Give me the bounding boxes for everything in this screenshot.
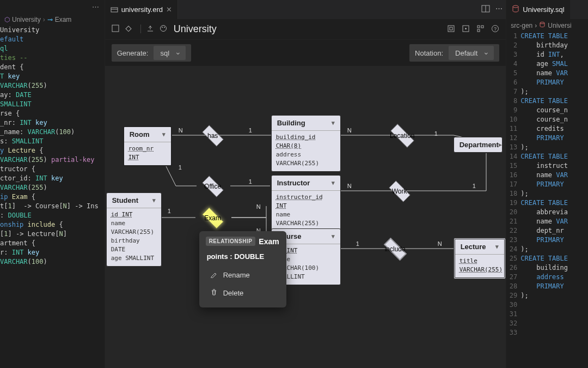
entity-department[interactable]: Department▸ <box>454 137 503 153</box>
right-tabbar: University.sql <box>506 0 588 19</box>
svg-point-8 <box>164 27 165 28</box>
editor-tabbar: university.erd ✕ ⋯ <box>105 0 506 19</box>
collapse-icon[interactable]: ▾ <box>495 243 499 250</box>
diagram-editor-panel: university.erd ✕ ⋯ University ? Generate… <box>105 0 507 368</box>
cardinality-label: 1 <box>249 127 252 134</box>
sql-tab[interactable]: University.sql <box>506 0 569 19</box>
cardinality-label: 1 <box>473 183 476 189</box>
export-icon[interactable] <box>146 25 154 34</box>
collapse-icon[interactable]: ▾ <box>332 179 335 186</box>
line-gutter: 1234567891011121314151617181920212223242… <box>506 32 520 337</box>
cardinality-label: 1 <box>179 164 182 171</box>
cardinality-label: N <box>347 127 352 134</box>
tab-title: university.erd <box>121 5 163 14</box>
cardinality-label: 1 <box>356 240 359 247</box>
cardinality-label: N <box>347 183 352 189</box>
entity-lecture[interactable]: Lecture▾ title VARCHAR(255) <box>454 238 506 279</box>
relation-label: has <box>207 132 218 140</box>
cardinality-label: N <box>438 240 442 247</box>
svg-rect-4 <box>112 25 119 32</box>
center-icon[interactable] <box>462 25 470 34</box>
entity-name: Lecture <box>461 243 486 251</box>
cardinality-label: 1 <box>434 130 438 137</box>
svg-point-6 <box>160 26 166 32</box>
select-tool-icon[interactable] <box>112 25 119 34</box>
entity-attrs: room_nr INT <box>124 142 171 165</box>
entity-instructor[interactable]: Instructor▾ instructor_id INTname VARCHA… <box>271 175 341 232</box>
cardinality-label: 1 <box>168 208 171 214</box>
svg-rect-13 <box>477 26 480 28</box>
popup-item-label: Delete <box>223 289 244 297</box>
cube-icon: ⬡ <box>4 16 10 23</box>
separator <box>138 25 141 33</box>
breadcrumb[interactable]: ⬡ University › ⊸ Exam <box>0 14 105 26</box>
sql-editor[interactable]: 1234567891011121314151617181920212223242… <box>506 32 588 337</box>
tab-actions: ⋯ <box>481 4 503 15</box>
relation-label: Office <box>204 183 221 190</box>
ellipsis-icon[interactable]: ⋯ <box>92 3 99 11</box>
popup-attribute: points : DOUBLE <box>199 250 286 266</box>
chevron-right-icon: › <box>43 16 45 23</box>
entity-attrs: building_id CHAR(8)address VARCHAR(255) <box>272 130 340 171</box>
svg-rect-15 <box>477 29 480 32</box>
diamond-tool-icon[interactable] <box>125 25 132 34</box>
breadcrumb-scope: University <box>12 16 41 23</box>
cardinality-label: N <box>179 127 183 134</box>
entity-student[interactable]: Student▾ id INTname VARCHAR(255)birthday… <box>106 192 162 267</box>
breadcrumb[interactable]: src-gen › Universi <box>506 19 588 32</box>
palette-icon[interactable] <box>160 25 167 34</box>
svg-point-27 <box>513 5 518 8</box>
trash-icon <box>210 288 218 298</box>
database-icon <box>512 5 519 14</box>
editor-tab[interactable]: university.erd ✕ <box>105 0 178 19</box>
relation-exam[interactable]: Exam <box>196 210 230 226</box>
relation-office[interactable]: Office <box>196 178 230 195</box>
relation-location[interactable]: Location <box>383 128 422 144</box>
relation-has[interactable]: has <box>196 128 230 144</box>
collapse-icon[interactable]: ▾ <box>162 131 166 138</box>
popup-item-label: Rename <box>223 271 250 279</box>
source-editor[interactable]: Universityefaultqlties --dent {T keyVARC… <box>0 26 105 267</box>
collapse-icon[interactable]: ▾ <box>152 197 156 204</box>
relation-label: Work <box>392 188 407 195</box>
ellipsis-icon[interactable]: ⋯ <box>495 4 503 15</box>
breadcrumb-current: Exam <box>55 16 72 23</box>
expand-icon[interactable]: ▸ <box>499 141 502 148</box>
collapse-icon[interactable]: ▾ <box>332 119 335 126</box>
svg-rect-9 <box>448 26 454 32</box>
tab-title: University.sql <box>523 5 564 14</box>
svg-point-28 <box>540 22 544 24</box>
relation-type-chip: RELATIONSHIP <box>206 237 256 246</box>
svg-point-7 <box>162 27 163 28</box>
entity-building[interactable]: Building▾ building_id CHAR(8)address VAR… <box>271 115 341 172</box>
popup-title: Exam <box>259 237 279 246</box>
collapse-icon[interactable]: ▾ <box>332 233 335 240</box>
popup-delete-button[interactable]: Delete <box>199 284 286 302</box>
diagram-canvas[interactable]: N 1 N 1 1 1 N 1 1 N N 1 N Room▾ room_nr … <box>105 66 506 368</box>
generate-value: sql <box>160 49 169 57</box>
svg-rect-5 <box>126 26 131 32</box>
relation-context-popup: RELATIONSHIP Exam points : DOUBLE Rename… <box>199 231 286 307</box>
left-source-panel: ⋯ ⬡ University › ⊸ Exam Universityefault… <box>0 0 105 368</box>
left-panel-actions: ⋯ <box>0 0 105 14</box>
generate-select[interactable]: sql <box>154 46 186 60</box>
layout-icon[interactable] <box>476 25 485 34</box>
relation-include[interactable]: include <box>376 241 414 257</box>
entity-name: Student <box>112 196 138 204</box>
cardinality-label: 1 <box>249 178 252 185</box>
split-editor-icon[interactable] <box>481 4 490 15</box>
entity-room[interactable]: Room▾ room_nr INT <box>123 126 172 166</box>
fit-to-screen-icon[interactable] <box>447 25 455 34</box>
relation-label: Exam <box>204 214 221 222</box>
breadcrumb-folder: src-gen <box>511 22 532 29</box>
relation-work[interactable]: Work <box>383 183 416 200</box>
help-icon[interactable]: ? <box>491 25 499 34</box>
erd-file-icon <box>111 6 118 14</box>
notation-label: Notation: <box>415 49 443 57</box>
entity-attrs: instructor_id INTname VARCHAR(255) <box>272 190 340 231</box>
notation-select[interactable]: Default <box>449 46 494 60</box>
popup-rename-button[interactable]: Rename <box>199 266 286 284</box>
generate-label: Generate: <box>117 49 149 57</box>
close-icon[interactable]: ✕ <box>166 5 172 14</box>
cardinality-label: N <box>256 203 261 210</box>
